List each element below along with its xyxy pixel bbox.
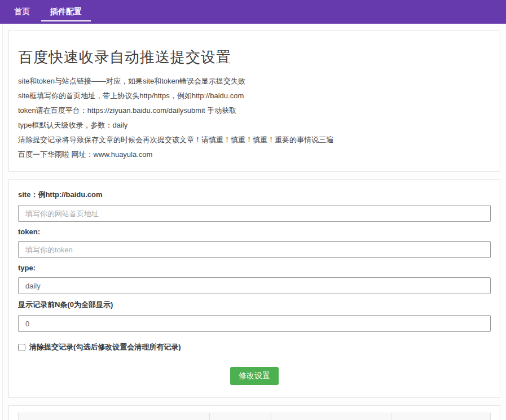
token-field-label: token: (18, 228, 491, 236)
col-header-submit-time: 提交时间 (271, 413, 391, 420)
active-tab-underline (41, 20, 91, 21)
intro-line-6: 百度一下华雨啦 网址：www.huayula.com (18, 147, 491, 162)
records-table: 提交网址 提交状态 提交时间 错误原因 (18, 413, 491, 420)
submit-row: 修改设置 (18, 367, 491, 385)
site-field-label: site：例http://baidu.com (18, 190, 491, 200)
site-input[interactable] (18, 205, 491, 222)
records-table-card: 提交网址 提交状态 提交时间 错误原因 (8, 405, 500, 420)
col-header-submit-url: 提交网址 (19, 413, 210, 420)
top-nav: 首页 插件配置 (0, 0, 506, 24)
page-title: 百度快速收录自动推送提交设置 (18, 47, 491, 67)
type-field-label: type: (18, 264, 491, 272)
clear-records-checkbox[interactable] (18, 344, 25, 351)
limit-input[interactable] (18, 315, 491, 332)
nav-tab-home[interactable]: 首页 (4, 0, 40, 24)
intro-card: 百度快速收录自动推送提交设置 site和token与站点链接——对应，如果sit… (8, 30, 500, 172)
nav-tab-plugin-config-label: 插件配置 (50, 7, 82, 17)
clear-records-row: 清除提交记录(勾选后修改设置会清理所有记录) (18, 342, 491, 352)
token-input[interactable] (18, 241, 491, 258)
clear-records-label: 清除提交记录(勾选后修改设置会清理所有记录) (29, 342, 181, 352)
settings-form-card: site：例http://baidu.com token: type: 显示记录… (8, 179, 500, 398)
type-input[interactable] (18, 277, 491, 294)
intro-line-1: site和token与站点链接——对应，如果site和token错误会显示提交失… (18, 74, 491, 89)
nav-tab-plugin-config[interactable]: 插件配置 (40, 0, 92, 24)
intro-line-4: type框默认天级收录，参数：daily (18, 118, 491, 133)
intro-line-2: site框填写你的首页地址，带上协议头http/https，例如http://b… (18, 89, 491, 103)
records-table-header-row: 提交网址 提交状态 提交时间 错误原因 (19, 413, 491, 420)
col-header-error-reason: 错误原因 (391, 413, 491, 420)
intro-line-3: token请在百度平台：https://ziyuan.baidu.com/dai… (18, 103, 491, 118)
limit-field-label: 显示记录前N条(0为全部显示) (18, 300, 491, 310)
intro-line-5: 清除提交记录将导致保存文章的时候会再次提交该文章！请慎重！慎重！慎重！重要的事情… (18, 133, 491, 147)
save-settings-button[interactable]: 修改设置 (230, 367, 279, 385)
col-header-submit-status: 提交状态 (209, 413, 271, 420)
nav-tab-home-label: 首页 (14, 7, 30, 17)
page-content: 百度快速收录自动推送提交设置 site和token与站点链接——对应，如果sit… (2, 24, 506, 420)
